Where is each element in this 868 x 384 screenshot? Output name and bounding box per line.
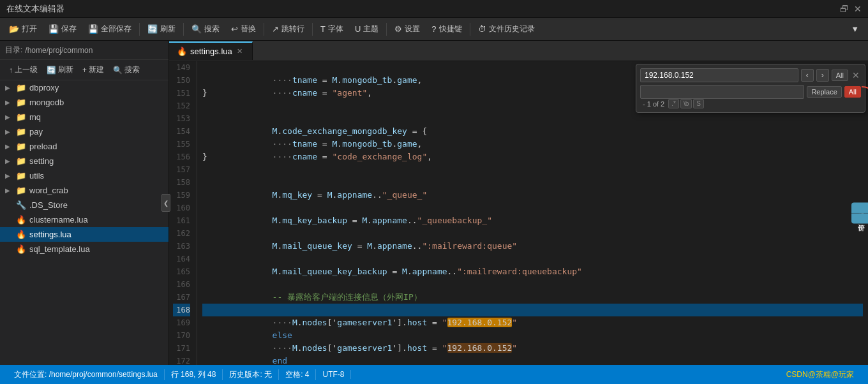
code-line — [202, 189, 863, 202]
chevron-icon: ▶ — [5, 84, 13, 91]
sidebar-collapse-button[interactable]: ❮ — [161, 194, 170, 212]
find-row: ‹ › All ✕ — [640, 68, 861, 82]
regex-word-btn[interactable]: \b — [680, 99, 692, 108]
lua-file-icon: 🔥 — [16, 230, 26, 239]
code-line: M.code_exchange_mongodb_key = { — [202, 112, 863, 125]
toolbar-goto[interactable]: ↗ 跳转行 — [267, 21, 310, 37]
replace-input[interactable] — [640, 85, 804, 99]
code-line — [202, 240, 863, 253]
status-indent: 空格: 4 — [279, 369, 316, 380]
window-controls: 🗗 ✕ — [840, 4, 862, 14]
sidebar-item-clustername[interactable]: ▶ 🔥 clustername.lua — [0, 212, 168, 227]
toolbar-search[interactable]: 🔍 搜索 — [186, 21, 225, 37]
sidebar-up-btn[interactable]: ↑ 上一级 — [5, 63, 41, 77]
save-icon: 💾 — [49, 24, 59, 34]
tree-item-label: utils — [29, 171, 44, 181]
tab-settings-lua[interactable]: 🔥 settings.lua ✕ — [169, 41, 253, 60]
toolbar-open[interactable]: 📂 打开 — [4, 21, 42, 37]
sidebar-item-preload[interactable]: ▶ 📁 preload — [0, 139, 168, 154]
find-close-button[interactable]: ✕ — [851, 70, 861, 80]
tab-label: settings.lua — [190, 47, 232, 56]
new-icon: + — [82, 66, 87, 75]
tab-file-icon: 🔥 — [177, 47, 187, 56]
sidebar-search-btn[interactable]: 🔍 搜索 — [109, 63, 144, 77]
toolbar-sep2 — [183, 23, 184, 36]
tree-item-label: mq — [29, 112, 41, 122]
chevron-icon: ▶ — [5, 216, 13, 223]
folder-icon: 📁 — [16, 171, 26, 181]
chevron-icon: ▶ — [5, 231, 13, 238]
refresh-icon: 🔄 — [147, 24, 158, 34]
chevron-icon: ▶ — [5, 158, 13, 165]
sidebar-item-setting[interactable]: ▶ 📁 setting — [0, 154, 168, 168]
tree-item-label: preload — [29, 142, 57, 151]
find-input[interactable] — [640, 68, 798, 82]
sidebar-new-btn[interactable]: + 新建 — [79, 63, 108, 77]
sidebar-refresh-btn[interactable]: 🔄 刷新 — [43, 63, 77, 77]
folder-icon: 📁 — [16, 98, 26, 107]
toolbar-shortcuts[interactable]: ? 快捷键 — [426, 21, 467, 37]
sidebar-item-word-crab[interactable]: ▶ 📁 word_crab — [0, 183, 168, 198]
toolbar-theme[interactable]: U 主题 — [350, 21, 384, 37]
sidebar-item-pay[interactable]: ▶ 📁 pay — [0, 124, 168, 139]
folder-icon: 📁 — [16, 83, 26, 92]
toolbar-save[interactable]: 💾 保存 — [43, 21, 82, 37]
toolbar-font[interactable]: T 字体 — [315, 21, 348, 37]
search-icon: 🔍 — [191, 24, 202, 34]
code-line — [202, 214, 863, 227]
toolbar-history[interactable]: ⏱ 文件历史记录 — [473, 21, 540, 37]
find-prev-button[interactable]: ‹ — [801, 69, 814, 82]
review-button[interactable]: 评价 — [851, 214, 868, 224]
code-line: ····M.nodes['gameserver1'].host = "192.1… — [202, 329, 863, 342]
sidebar-tree: ▶ 📁 dbproxy ▶ 📁 mongodb ▶ 📁 mq ▶ 📁 pay — [0, 80, 168, 365]
toolbar-settings[interactable]: ⚙ 设置 — [389, 21, 425, 37]
editor-area: 🔥 settings.lua ✕ ‹ › All ✕ Replace A — [169, 41, 868, 365]
code-line: M.mail_queue_key = M.appname..":mailrewa… — [202, 227, 863, 240]
tree-item-label: sql_template.lua — [29, 244, 90, 254]
customer-service-button[interactable]: 客服 — [851, 203, 868, 214]
lua-file-icon: 🔥 — [16, 244, 26, 254]
app-title: 在线文本编辑器 — [6, 3, 64, 15]
code-line-168: ····M.nodes['gameserver1'].host = "192.1… — [202, 304, 863, 316]
find-all-button[interactable]: All — [832, 70, 848, 81]
sidebar-path: /home/proj/common — [25, 46, 93, 55]
folder-icon: 📁 — [16, 142, 26, 151]
find-next-button[interactable]: › — [816, 69, 829, 82]
toolbar-saveall[interactable]: 💾 全部保存 — [83, 21, 137, 37]
sidebar-item-settings-lua[interactable]: ▶ 🔥 settings.lua — [0, 227, 168, 242]
tree-item-label: word_crab — [29, 186, 68, 195]
tree-item-label: .DS_Store — [29, 200, 68, 210]
minimize-button[interactable]: 🗗 — [840, 4, 849, 14]
close-button[interactable]: ✕ — [854, 4, 862, 14]
replace-button[interactable]: Replace — [807, 86, 841, 98]
chevron-icon: ▶ — [5, 114, 13, 121]
sidebar-refresh-icon: 🔄 — [47, 66, 56, 75]
code-line: ····tname = M.mongodb_tb.game, — [202, 125, 863, 138]
sidebar-item-utils[interactable]: ▶ 📁 utils — [0, 168, 168, 183]
goto-icon: ↗ — [272, 24, 279, 34]
regex-case-btn[interactable]: S — [693, 99, 704, 108]
code-line: if M.debug then — [202, 291, 863, 304]
editor-content[interactable]: ‹ › All ✕ Replace All - 1 of 2 .* \b S — [169, 61, 868, 365]
toolbar-refresh[interactable]: 🔄 刷新 — [142, 21, 181, 37]
toolbar-replace[interactable]: ↩ 替换 — [226, 21, 261, 37]
font-icon: T — [320, 24, 326, 34]
code-line: M.mq_key = M.appname.."_queue_" — [202, 176, 863, 189]
regex-dot-btn[interactable]: .* — [668, 99, 679, 108]
sidebar-item-sql-template[interactable]: ▶ 🔥 sql_template.lua — [0, 242, 168, 256]
code-line: -- 暴露给客户端的连接信息（外网IP） — [202, 278, 863, 291]
sidebar-item-dbproxy[interactable]: ▶ 📁 dbproxy — [0, 80, 168, 95]
chevron-icon: ▶ — [5, 128, 13, 135]
tree-item-label: setting — [29, 156, 54, 166]
code-line — [202, 163, 863, 176]
toolbar-expand-btn[interactable]: ▼ — [846, 22, 864, 36]
status-csdn: CSDN@茶糯@玩家 — [780, 369, 860, 380]
sidebar-item-mongodb[interactable]: ▶ 📁 mongodb — [0, 95, 168, 110]
sidebar-item-mq[interactable]: ▶ 📁 mq — [0, 110, 168, 124]
sidebar-item-ds-store[interactable]: ▶ 🔧 .DS_Store — [0, 198, 168, 212]
chevron-icon: ▶ — [5, 99, 13, 106]
toolbar: 📂 打开 💾 保存 💾 全部保存 🔄 刷新 🔍 搜索 ↩ 替换 ↗ 跳转行 T … — [0, 18, 868, 41]
replace-all-button[interactable]: All — [844, 86, 861, 98]
tab-close-button[interactable]: ✕ — [236, 47, 244, 56]
folder-icon: 📁 — [16, 112, 26, 122]
